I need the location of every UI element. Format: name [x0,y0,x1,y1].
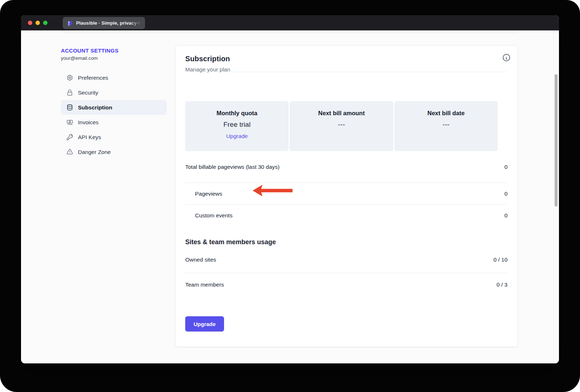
usage-row-owned-sites: Owned sites 0 / 10 [185,247,508,273]
quota-header: Monthly quota [216,110,257,117]
gear-icon [66,74,73,81]
window-titlebar: Plausible · Simple, privacy-frien [21,15,559,30]
account-email: your@email.com [61,55,167,61]
lock-icon [66,89,73,96]
page-top-divider [63,33,518,33]
quota-header: Next bill amount [318,110,365,117]
usage-value: 0 [504,212,508,219]
minimize-window-button[interactable] [36,21,40,25]
sidebar-item-subscription[interactable]: Subscription [61,100,167,115]
sidebar-item-label: Security [78,89,98,96]
usage-row-total-billable: Total billable pageviews (last 30 days) … [185,151,508,183]
usage-value: 0 / 10 [493,257,508,263]
usage-value: 0 [504,164,508,170]
sidebar-item-label: Invoices [78,119,99,126]
quota-monthly: Monthly quota Free trial Upgrade [185,101,289,151]
sidebar-item-preferences[interactable]: Preferences [61,70,167,85]
banknote-icon [66,119,73,126]
quota-next-bill-date: Next bill date --- [394,101,498,151]
usage-label: Pageviews [185,191,222,197]
usage-label: Total billable pageviews (last 30 days) [185,164,279,170]
quota-value: --- [338,121,345,129]
usage-value: 0 / 3 [497,282,508,288]
scrollbar-thumb[interactable] [555,74,558,207]
settings-sidebar: ACCOUNT SETTINGS your@email.com Preferen… [61,47,167,159]
page-subtitle: Manage your plan [185,66,508,73]
usage-label: Custom events [185,212,232,219]
warning-triangle-icon [66,149,73,155]
sidebar-heading: ACCOUNT SETTINGS [61,47,167,54]
sidebar-item-label: API Keys [78,134,101,141]
quota-value: --- [443,121,450,129]
sidebar-item-label: Danger Zone [78,149,111,155]
usage-row-team-members: Team members 0 / 3 [185,273,508,296]
quota-header: Next bill date [427,110,465,117]
red-arrow-annotation [253,184,293,197]
quota-next-bill-amount: Next bill amount --- [290,101,393,151]
close-window-button[interactable] [28,21,32,25]
subscription-card: Subscription Manage your plan [175,45,518,347]
usage-row-custom-events: Custom events 0 [185,205,508,226]
scrollbar-track [554,30,554,363]
quota-panel: Monthly quota Free trial Upgrade Next bi… [185,101,498,151]
page-content: ACCOUNT SETTINGS your@email.com Preferen… [21,30,559,363]
upgrade-link[interactable]: Upgrade [226,133,248,139]
plausible-logo-icon [67,20,73,26]
key-icon [66,134,73,141]
zoom-window-button[interactable] [43,21,47,25]
usage-label: Owned sites [185,257,216,263]
sidebar-item-invoices[interactable]: Invoices [61,115,167,130]
tab-title-fade [130,17,145,29]
sidebar-item-danger-zone[interactable]: Danger Zone [61,145,167,159]
page-title: Subscription [185,55,508,63]
sidebar-item-api-keys[interactable]: API Keys [61,130,167,145]
upgrade-button[interactable]: Upgrade [185,316,224,331]
sidebar-item-label: Subscription [78,104,112,111]
usage-row-pageviews: Pageviews 0 [185,183,508,205]
card-header: Subscription Manage your plan [185,46,508,72]
usage-section-heading: Sites & team members usage [185,237,508,247]
sidebar-nav: Preferences Security [61,70,167,159]
usage-label: Team members [185,282,224,288]
usage-value: 0 [504,191,508,197]
sidebar-item-label: Preferences [78,75,108,81]
browser-tab[interactable]: Plausible · Simple, privacy-frien [63,17,145,29]
traffic-lights [21,21,47,25]
quota-value: Free trial [223,121,250,129]
browser-window: Plausible · Simple, privacy-frien ACCOUN… [21,15,559,363]
database-icon [66,104,73,111]
info-icon[interactable] [502,53,511,62]
sidebar-item-security[interactable]: Security [61,85,167,100]
screenshot-backdrop: Plausible · Simple, privacy-frien ACCOUN… [0,0,580,392]
